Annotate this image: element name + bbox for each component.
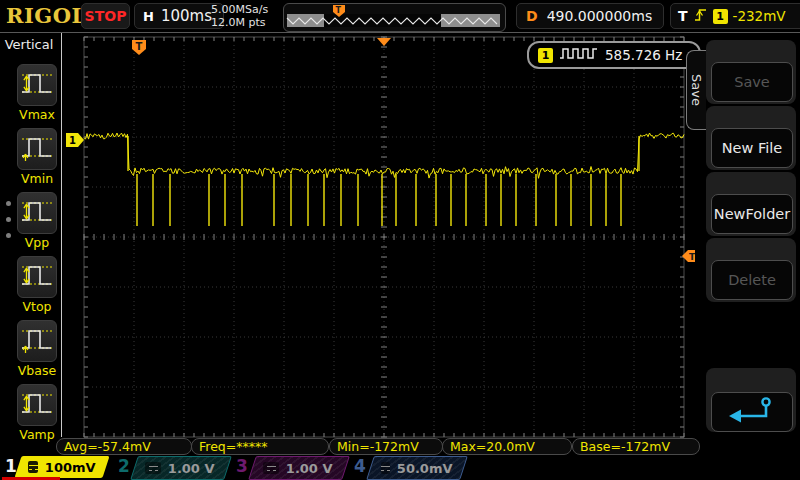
- square-wave-icon: [559, 45, 599, 65]
- left-menu-title: Vertical: [0, 37, 58, 52]
- channel-1-badge[interactable]: 100mV: [14, 456, 109, 478]
- svg-text:T: T: [136, 41, 143, 52]
- rigol-logo: RIGOL: [6, 3, 87, 28]
- acquisition-info: 5.00MSa/s 12.0M pts: [211, 3, 268, 29]
- svg-text:T: T: [689, 252, 695, 262]
- vmax-label: Vmax: [14, 107, 60, 122]
- vpp-button[interactable]: [17, 192, 57, 234]
- trigger-level-value: -232mV: [733, 8, 786, 24]
- oscilloscope-screen: RIGOL STOP H 100ms 5.00MSa/s 12.0M pts T…: [0, 0, 800, 480]
- delete-button[interactable]: Delete: [711, 260, 793, 300]
- memory-depth: 12.0M pts: [211, 16, 268, 29]
- menu-item-vamp[interactable]: Vamp: [14, 384, 60, 442]
- channel-3-number: 3: [236, 456, 248, 476]
- vpp-label: Vpp: [14, 235, 60, 250]
- channel-4-badge[interactable]: 50.0mV: [366, 456, 468, 480]
- timebase-value: 100ms: [161, 7, 212, 25]
- channel-2-scale: 1.00 V: [168, 461, 215, 476]
- memory-bar-graphic: T: [284, 4, 503, 29]
- vbase-label: Vbase: [14, 363, 60, 378]
- vtop-icon: [19, 259, 55, 295]
- vmax-button[interactable]: [17, 64, 57, 106]
- page-indicator-dot: [6, 217, 11, 222]
- dc-coupling-icon: [263, 462, 279, 474]
- dc-coupling-icon: [145, 462, 161, 474]
- dc-coupling-icon: [381, 462, 390, 474]
- measurement-base: Base=-172mV: [572, 438, 700, 455]
- waveform-display: 1TT: [62, 32, 695, 438]
- dc-coupling-icon: [28, 461, 38, 473]
- sample-rate: 5.00MSa/s: [211, 3, 268, 16]
- h-label: H: [143, 9, 154, 24]
- measurement-min: Min=-172mV: [329, 438, 443, 455]
- menu-item-vpp[interactable]: Vpp: [14, 192, 60, 250]
- trigger-label: T: [678, 8, 688, 24]
- channel-3-badge[interactable]: 1.00 V: [248, 456, 350, 480]
- vamp-icon: [19, 387, 55, 423]
- page-indicator-dot: [6, 233, 11, 238]
- trigger-source-badge: 1: [713, 9, 728, 24]
- vbase-icon: [19, 323, 55, 359]
- measurement-max: Max=20.0mV: [442, 438, 572, 455]
- new-folder-button[interactable]: NewFolder: [711, 194, 793, 234]
- slope-rising-icon: [693, 4, 708, 28]
- counter-value: 585.726 Hz: [605, 47, 682, 63]
- svg-text:T: T: [336, 6, 342, 15]
- vtop-button[interactable]: [17, 256, 57, 298]
- channel-4-scale: 50.0mV: [397, 461, 453, 476]
- counter-channel-badge: 1: [538, 48, 553, 63]
- top-status-bar: RIGOL STOP H 100ms 5.00MSa/s 12.0M pts T…: [0, 0, 800, 33]
- return-arrow-icon: [726, 395, 778, 430]
- vbase-button[interactable]: [17, 320, 57, 362]
- channel-2-badge[interactable]: 1.00 V: [130, 456, 232, 480]
- vtop-label: Vtop: [14, 299, 60, 314]
- menu-item-vmax[interactable]: Vmax: [14, 64, 60, 122]
- channel-status-bar: 1 100mV 2 1.00 V 3 1.00 V 4 50.0mV: [0, 455, 800, 480]
- back-button[interactable]: [711, 392, 793, 432]
- channel-1-scale: 100mV: [45, 460, 96, 475]
- new-file-button[interactable]: New File: [711, 128, 793, 168]
- save-button[interactable]: Save: [711, 62, 793, 102]
- svg-text:1: 1: [69, 135, 76, 146]
- menu-item-vtop[interactable]: Vtop: [14, 256, 60, 314]
- menu-item-vbase[interactable]: Vbase: [14, 320, 60, 378]
- menu-item-vmin[interactable]: Vmin: [14, 128, 60, 186]
- frequency-counter: 1 585.726 Hz: [527, 41, 701, 69]
- page-indicator-dot: [6, 201, 11, 206]
- channel-4-number: 4: [354, 456, 366, 476]
- measurement-freq: Freq=*****: [191, 438, 329, 455]
- run-stop-status[interactable]: STOP: [81, 3, 130, 29]
- vmax-icon: [19, 67, 55, 103]
- trigger-status-box[interactable]: T 1 -232mV: [670, 3, 800, 29]
- menu-tab-label: Save: [689, 74, 704, 106]
- trigger-delay-box[interactable]: D 490.000000ms: [516, 3, 664, 29]
- vamp-button[interactable]: [17, 384, 57, 426]
- channel-2-number: 2: [118, 456, 130, 476]
- vpp-icon: [19, 195, 55, 231]
- delay-label: D: [526, 8, 538, 24]
- waveform-memory-bar[interactable]: T: [283, 3, 506, 32]
- vmin-label: Vmin: [14, 171, 60, 186]
- vamp-label: Vamp: [14, 427, 60, 442]
- channel-3-scale: 1.00 V: [286, 461, 333, 476]
- menu-tab-save: Save: [686, 50, 706, 130]
- vmin-button[interactable]: [17, 128, 57, 170]
- measurement-avg: Avg=-57.4mV: [56, 438, 192, 455]
- delay-value: 490.000000ms: [547, 8, 653, 24]
- vmin-icon: [19, 131, 55, 167]
